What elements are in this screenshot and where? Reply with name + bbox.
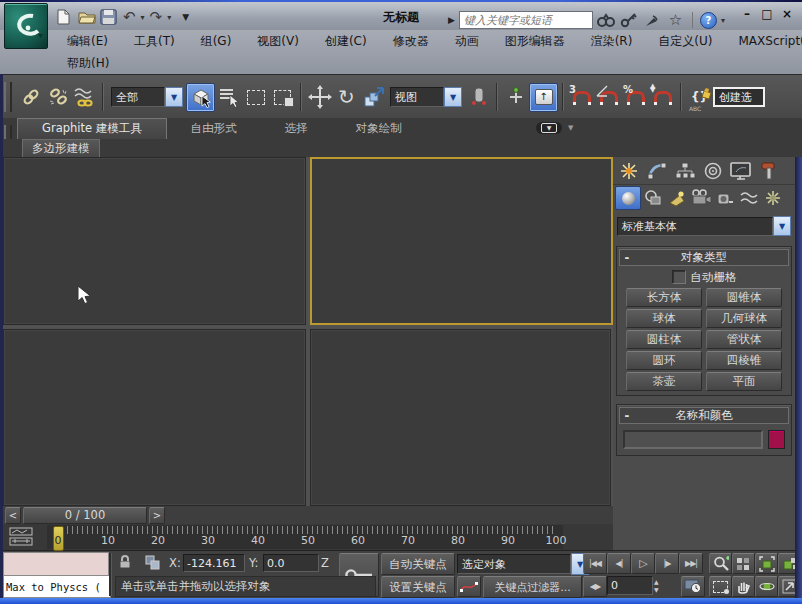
go-to-start-button[interactable]: |◀◀	[583, 553, 607, 574]
menu-create[interactable]: 创建(C)	[312, 31, 380, 52]
favorites-star-icon[interactable]: ☆	[666, 11, 685, 29]
bind-to-space-warp-icon[interactable]	[71, 84, 98, 111]
help-icon[interactable]: ?	[700, 12, 717, 29]
menu-customize[interactable]: 自定义(U)	[645, 31, 725, 52]
category-lights-icon[interactable]	[665, 187, 689, 209]
category-systems-icon[interactable]	[761, 187, 785, 209]
search-binoculars-icon[interactable]	[597, 11, 616, 29]
tab-display-icon[interactable]	[727, 159, 755, 183]
primitive-category-dropdown[interactable]: 标准基本体 ▼	[617, 216, 791, 236]
auto-key-button[interactable]: 自动关键点	[381, 553, 455, 575]
percent-snap-toggle[interactable]: %	[622, 84, 649, 111]
ribbon-drag-handle[interactable]	[4, 125, 12, 139]
zoom-tool-icon[interactable]	[709, 553, 732, 574]
collapse-icon[interactable]: -	[620, 251, 634, 265]
select-and-scale-button[interactable]	[360, 84, 387, 111]
select-by-name-button[interactable]	[215, 84, 242, 111]
current-frame-value[interactable]: 0	[607, 576, 653, 595]
category-shapes-icon[interactable]	[641, 187, 665, 209]
geosphere-button[interactable]: 几何球体	[706, 309, 782, 328]
key-mode-toggle[interactable]: ◀▶	[583, 576, 607, 597]
box-button[interactable]: 长方体	[626, 288, 702, 307]
edit-named-selection-sets-button[interactable]: {}ABC	[686, 84, 713, 111]
absolute-offset-mode-icon[interactable]	[143, 553, 163, 574]
selection-filter-dropdown[interactable]: 全部 ▼	[111, 87, 183, 107]
ribbon-minimize-dropdown-icon[interactable]: ▼	[568, 124, 573, 132]
x-coordinate-field[interactable]: -124.161	[183, 554, 245, 572]
next-frame-button[interactable]: |▶	[655, 553, 679, 574]
redo-dropdown-icon[interactable]: ▾	[167, 13, 171, 22]
polygon-modeling-panel-tab[interactable]: 多边形建模	[22, 139, 100, 158]
maximize-button[interactable]: □	[760, 8, 774, 22]
name-color-rollout-header[interactable]: - 名称和颜色	[619, 407, 789, 424]
snaps-toggle-3d[interactable]: 3	[568, 84, 595, 111]
application-menu-button[interactable]	[4, 3, 48, 49]
redo-icon[interactable]: ↷	[150, 8, 163, 26]
selection-filter-dropdown-animation[interactable]: 选定对象 ▼	[457, 553, 589, 575]
menu-help[interactable]: 帮助(H)	[54, 53, 122, 74]
viewport-bottom-right[interactable]	[310, 329, 611, 506]
sphere-button[interactable]: 球体	[626, 309, 702, 328]
selection-lock-icon[interactable]	[117, 554, 133, 573]
viewport-bottom-left[interactable]	[3, 329, 306, 506]
previous-frame-button[interactable]: ◀|	[607, 553, 631, 574]
keyboard-shortcut-override-toggle[interactable]: ↑	[529, 83, 558, 112]
open-file-icon[interactable]	[77, 9, 95, 25]
menu-tools[interactable]: 工具(T)	[121, 31, 188, 52]
menu-modifiers[interactable]: 修改器	[380, 31, 442, 52]
window-crossing-toggle[interactable]	[269, 84, 296, 111]
tube-button[interactable]: 管状体	[706, 330, 782, 349]
close-button[interactable]: ×	[780, 8, 794, 22]
zoom-extents-icon[interactable]	[755, 553, 778, 574]
named-selection-set-field[interactable]: 创建选	[713, 87, 765, 107]
play-button[interactable]: ▷	[631, 553, 655, 574]
reference-coordinate-dropdown[interactable]: 视图 ▼	[390, 87, 462, 107]
tab-create-icon[interactable]	[615, 159, 643, 183]
new-file-icon[interactable]	[54, 9, 72, 25]
select-and-manipulate-button[interactable]	[502, 84, 529, 111]
tab-modify-icon[interactable]	[643, 159, 671, 183]
chevron-down-icon[interactable]: ▼	[165, 87, 183, 107]
tab-motion-icon[interactable]	[699, 159, 727, 183]
time-slider-value[interactable]: 0 / 100	[23, 507, 147, 524]
maxscript-mini-listener-macro[interactable]	[3, 552, 109, 576]
field-of-view-region-icon[interactable]	[709, 576, 732, 597]
chevron-down-icon[interactable]: ▼	[773, 216, 791, 236]
zoom-all-icon[interactable]	[732, 553, 755, 574]
save-icon[interactable]	[100, 9, 118, 25]
time-forward-button[interactable]: >	[149, 507, 165, 524]
subscription-key-icon[interactable]	[620, 11, 639, 29]
undo-dropdown-icon[interactable]: ▾	[141, 13, 145, 22]
ribbon-tab-freeform[interactable]: 自由形式	[167, 119, 261, 139]
spinner-arrows-icon[interactable]: ▲▼	[654, 578, 659, 594]
tab-utilities-icon[interactable]	[755, 159, 783, 183]
object-type-rollout-header[interactable]: - 对象类型	[619, 249, 789, 266]
y-coordinate-field[interactable]: 0.0	[263, 554, 319, 572]
teapot-button[interactable]: 茶壶	[626, 372, 702, 391]
select-and-rotate-button[interactable]: ↻	[333, 84, 360, 111]
autogrid-checkbox[interactable]	[672, 270, 686, 284]
tab-hierarchy-icon[interactable]	[671, 159, 699, 183]
go-to-end-button[interactable]: ▶▶|	[679, 553, 703, 574]
search-input[interactable]	[459, 11, 593, 29]
cylinder-button[interactable]: 圆柱体	[626, 330, 702, 349]
menu-graph-editors[interactable]: 图形编辑器	[492, 31, 578, 52]
unlink-selection-icon[interactable]	[44, 84, 71, 111]
pyramid-button[interactable]: 四棱锥	[706, 351, 782, 370]
object-color-swatch[interactable]	[768, 430, 785, 449]
menu-animation[interactable]: 动画	[442, 31, 492, 52]
category-space-warps-icon[interactable]	[737, 187, 761, 209]
spinner-snap-toggle[interactable]: ▲▼	[649, 84, 676, 111]
category-geometry-icon[interactable]	[615, 186, 641, 210]
pan-hand-icon[interactable]	[732, 576, 755, 597]
undo-icon[interactable]: ↶	[123, 8, 136, 26]
communication-center-icon[interactable]	[643, 11, 662, 29]
viewport-top-right-active[interactable]	[310, 157, 613, 325]
plane-button[interactable]: 平面	[706, 372, 782, 391]
use-pivot-center-button[interactable]	[465, 84, 492, 111]
menu-group[interactable]: 组(G)	[188, 31, 245, 52]
viewport-top-left[interactable]	[3, 157, 306, 325]
select-object-button[interactable]	[186, 83, 215, 112]
default-tangent-icon[interactable]	[457, 576, 481, 597]
mini-curve-editor-icon[interactable]	[9, 527, 39, 546]
